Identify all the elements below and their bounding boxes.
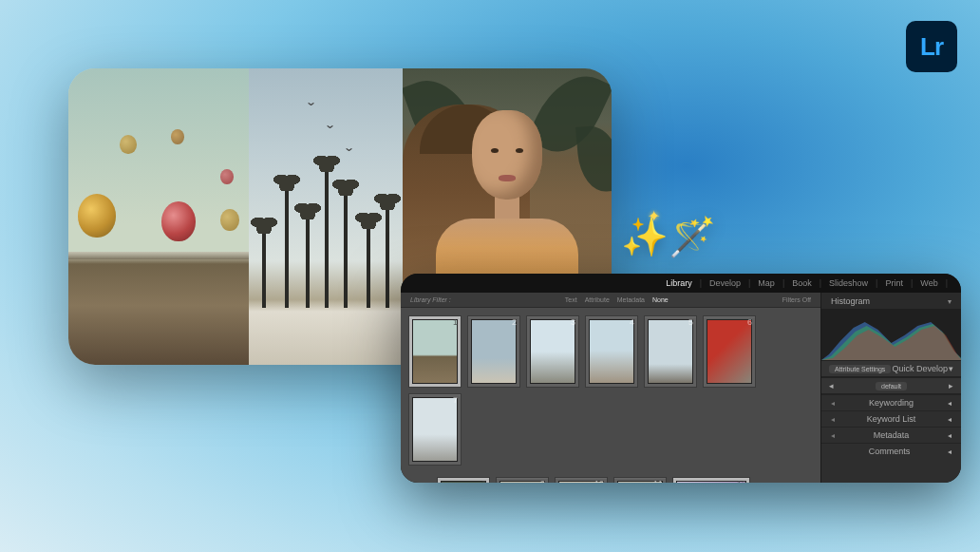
hero-photo-palms: ⌄⌄⌄: [249, 68, 403, 365]
keywording-panel-header[interactable]: ◂ Keywording ◂: [821, 394, 961, 410]
thumbnail[interactable]: 2: [467, 315, 520, 388]
comments-panel-header[interactable]: Comments ◂: [821, 443, 961, 459]
module-develop[interactable]: Develop: [707, 278, 743, 288]
histogram: [821, 309, 961, 360]
chevron-left-icon: ◂: [948, 431, 952, 440]
quick-develop-preset-row[interactable]: ◂ default ▸: [821, 377, 961, 394]
histogram-panel-header[interactable]: Histogram ▾: [821, 293, 961, 309]
filter-tab-none[interactable]: None: [652, 296, 669, 303]
thumbnail[interactable]: 8: [437, 477, 490, 483]
chevron-left-icon: ◂: [948, 447, 952, 456]
chevron-down-icon: ▾: [948, 297, 952, 306]
magic-wand-icon: ✨🪄: [621, 215, 716, 259]
metadata-panel-header[interactable]: ◂ Metadata ◂: [821, 427, 961, 443]
quick-develop-settings-pill[interactable]: Attribute Settings: [829, 365, 891, 373]
chevron-down-icon: ▾: [949, 364, 953, 373]
module-slideshow[interactable]: Slideshow: [827, 278, 870, 288]
lightroom-window: Library | Develop | Map | Book | Slidesh…: [401, 274, 961, 483]
sparkle-icon: ✦: [648, 207, 660, 225]
thumbnail[interactable]: 7: [408, 393, 462, 466]
chevron-left-icon: ◂: [948, 415, 952, 424]
thumbnail[interactable]: 11: [613, 477, 667, 483]
thumbnail[interactable]: 9: [496, 477, 549, 483]
quick-develop-header[interactable]: Attribute Settings Quick Develop ▾: [821, 360, 961, 377]
module-book[interactable]: Book: [790, 278, 814, 288]
thumbnail[interactable]: 3: [526, 315, 579, 388]
library-filter-bar: Library Filter : Text Attribute Metadata…: [401, 293, 820, 308]
filter-tab-attribute[interactable]: Attribute: [585, 296, 610, 303]
thumbnail[interactable]: 10: [555, 477, 608, 483]
filter-tab-metadata[interactable]: Metadata: [617, 296, 645, 303]
thumbnail-grid[interactable]: 1 2 3 4 5: [401, 308, 820, 483]
module-print[interactable]: Print: [883, 278, 905, 288]
right-panel-group: Histogram ▾ Attribute Settings Quick Dev…: [820, 293, 961, 483]
hero-photo-balloons: [68, 68, 249, 365]
module-map[interactable]: Map: [756, 278, 777, 288]
thumbnail[interactable]: 5: [644, 315, 697, 388]
chevron-left-icon: ◂: [948, 399, 952, 408]
module-picker: Library | Develop | Map | Book | Slidesh…: [401, 274, 961, 293]
filter-tab-text[interactable]: Text: [565, 296, 577, 303]
module-web[interactable]: Web: [918, 278, 939, 288]
keyword-list-panel-header[interactable]: ◂ Keyword List ◂: [821, 410, 961, 427]
thumbnail[interactable]: 1: [408, 315, 462, 388]
thumbnail[interactable]: 6: [703, 315, 756, 388]
module-library[interactable]: Library: [664, 278, 694, 288]
lightroom-logo: Lr: [906, 21, 957, 72]
lightroom-logo-text: Lr: [920, 32, 943, 62]
thumbnail[interactable]: 4: [585, 315, 638, 388]
filter-preset-dropdown[interactable]: Filters Off: [782, 296, 811, 303]
thumbnail[interactable]: 12: [672, 477, 750, 483]
quick-develop-preset-pill[interactable]: default: [876, 382, 907, 390]
library-filter-label: Library Filter :: [410, 296, 451, 303]
